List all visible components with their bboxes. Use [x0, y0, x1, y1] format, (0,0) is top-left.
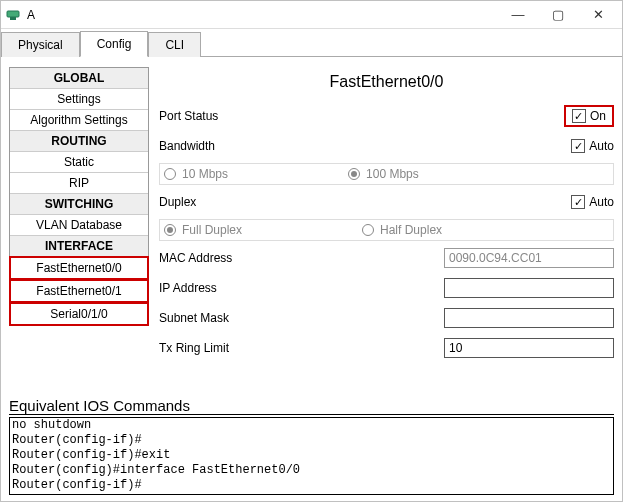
port-status-checkbox[interactable]	[572, 109, 586, 123]
window-title: A	[27, 8, 498, 22]
port-status-on-group: On	[564, 105, 614, 127]
mac-address-label: MAC Address	[159, 251, 279, 265]
radio-icon	[164, 168, 176, 180]
duplex-label: Duplex	[159, 195, 279, 209]
half-duplex-option[interactable]: Half Duplex	[362, 223, 442, 237]
ios-commands-section: Equivalent IOS Commands no shutdownRoute…	[1, 397, 622, 501]
ios-line: Router(config-if)#	[12, 433, 611, 448]
ios-line: Router(config-if)#exit	[12, 448, 611, 463]
sidebar-item-fastethernet-0-0[interactable]: FastEthernet0/0	[9, 256, 149, 280]
sidebar-header-interface: INTERFACE	[10, 236, 148, 257]
full-duplex-label: Full Duplex	[182, 223, 242, 237]
half-duplex-label: Half Duplex	[380, 223, 442, 237]
ip-address-row: IP Address	[159, 276, 614, 300]
port-status-row: Port Status On	[159, 104, 614, 128]
tab-bar: Physical Config CLI	[1, 29, 622, 57]
maximize-button[interactable]: ▢	[538, 2, 578, 28]
tab-physical[interactable]: Physical	[1, 32, 80, 57]
radio-icon	[164, 224, 176, 236]
duplex-options: Full Duplex Half Duplex	[159, 219, 614, 241]
duplex-row: Duplex Auto	[159, 190, 614, 214]
full-duplex-option[interactable]: Full Duplex	[164, 223, 242, 237]
mac-address-row: MAC Address	[159, 246, 614, 270]
bandwidth-auto-label: Auto	[589, 139, 614, 153]
radio-icon	[348, 168, 360, 180]
interface-title: FastEthernet0/0	[159, 73, 614, 91]
ip-address-label: IP Address	[159, 281, 279, 295]
sidebar-item-settings[interactable]: Settings	[10, 89, 148, 110]
sidebar-header-routing: ROUTING	[10, 131, 148, 152]
svg-rect-0	[7, 11, 19, 17]
tx-ring-limit-row: Tx Ring Limit	[159, 336, 614, 360]
ios-line: Router(config)#interface FastEthernet0/0	[12, 463, 611, 478]
radio-icon	[362, 224, 374, 236]
duplex-auto-group: Auto	[571, 195, 614, 209]
sidebar-item-serial-0-1-0[interactable]: Serial0/1/0	[9, 302, 149, 326]
bandwidth-auto-checkbox[interactable]	[571, 139, 585, 153]
duplex-auto-label: Auto	[589, 195, 614, 209]
sidebar-item-vlan-database[interactable]: VLAN Database	[10, 215, 148, 236]
app-icon	[5, 7, 21, 23]
bandwidth-options: 10 Mbps 100 Mbps	[159, 163, 614, 185]
app-window: A — ▢ ✕ Physical Config CLI GLOBAL Setti…	[0, 0, 623, 502]
ip-address-input[interactable]	[444, 278, 614, 298]
mac-address-input[interactable]	[444, 248, 614, 268]
bandwidth-row: Bandwidth Auto	[159, 134, 614, 158]
bandwidth-100-option[interactable]: 100 Mbps	[348, 167, 419, 181]
close-button[interactable]: ✕	[578, 2, 618, 28]
sidebar-header-global: GLOBAL	[10, 68, 148, 89]
main-panel: FastEthernet0/0 Port Status On Bandwidth…	[159, 67, 614, 393]
tab-config[interactable]: Config	[80, 31, 149, 57]
ios-commands-heading: Equivalent IOS Commands	[9, 397, 614, 415]
tab-cli[interactable]: CLI	[148, 32, 201, 57]
sidebar: GLOBAL Settings Algorithm Settings ROUTI…	[9, 67, 149, 326]
port-status-on-label: On	[590, 109, 606, 123]
sidebar-header-switching: SWITCHING	[10, 194, 148, 215]
content-area: GLOBAL Settings Algorithm Settings ROUTI…	[1, 57, 622, 397]
title-bar: A — ▢ ✕	[1, 1, 622, 29]
tx-ring-limit-label: Tx Ring Limit	[159, 341, 279, 355]
ios-line: Router(config-if)#	[12, 478, 611, 493]
svg-rect-1	[10, 17, 16, 20]
ios-line: no shutdown	[12, 418, 611, 433]
subnet-mask-input[interactable]	[444, 308, 614, 328]
sidebar-item-fastethernet-0-1[interactable]: FastEthernet0/1	[9, 279, 149, 303]
ios-commands-output[interactable]: no shutdownRouter(config-if)#Router(conf…	[9, 417, 614, 495]
bandwidth-auto-group: Auto	[571, 139, 614, 153]
window-controls: — ▢ ✕	[498, 2, 618, 28]
subnet-mask-label: Subnet Mask	[159, 311, 279, 325]
bandwidth-10-option[interactable]: 10 Mbps	[164, 167, 228, 181]
bandwidth-label: Bandwidth	[159, 139, 279, 153]
subnet-mask-row: Subnet Mask	[159, 306, 614, 330]
bandwidth-100-label: 100 Mbps	[366, 167, 419, 181]
sidebar-item-algorithm-settings[interactable]: Algorithm Settings	[10, 110, 148, 131]
duplex-auto-checkbox[interactable]	[571, 195, 585, 209]
port-status-label: Port Status	[159, 109, 279, 123]
sidebar-item-static[interactable]: Static	[10, 152, 148, 173]
sidebar-item-rip[interactable]: RIP	[10, 173, 148, 194]
minimize-button[interactable]: —	[498, 2, 538, 28]
tx-ring-limit-input[interactable]	[444, 338, 614, 358]
bandwidth-10-label: 10 Mbps	[182, 167, 228, 181]
